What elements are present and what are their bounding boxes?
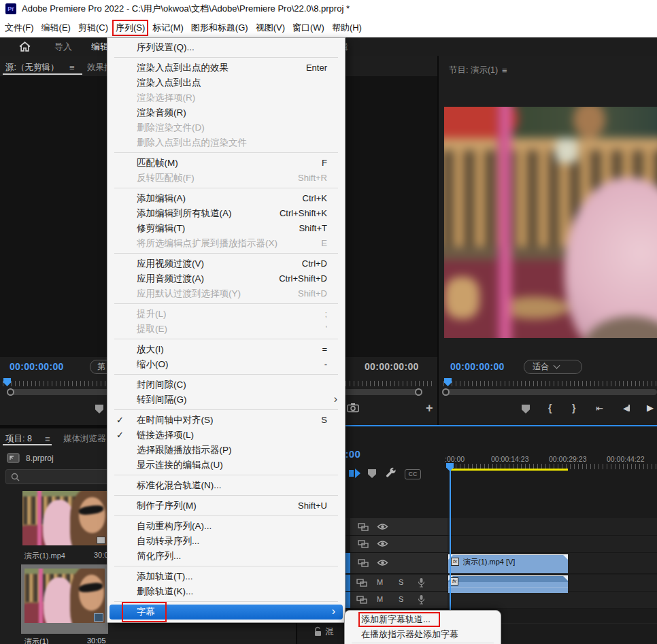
track-header-a1[interactable]: M S [346, 575, 448, 592]
video-clip[interactable]: fx 演示(1).mp4 [V] [448, 554, 568, 573]
menubar-item-graphics-titles[interactable]: 图形和标题(G) [188, 20, 252, 36]
mute-track-button[interactable]: M [377, 595, 383, 603]
menu-item-auto-reframe-sequence[interactable]: 自动重构序列(A)... [107, 519, 345, 534]
sync-lock-icon[interactable] [358, 559, 369, 567]
track-target-toggle[interactable] [346, 536, 350, 552]
menu-item-go-to-gap[interactable]: 转到间隔(G) [107, 392, 345, 407]
menubar-item-edit[interactable]: 编辑(E) [38, 20, 74, 36]
track-header-v3[interactable] [346, 518, 448, 536]
toggle-track-output-eye-icon[interactable] [377, 523, 388, 530]
project-root-icon[interactable] [7, 453, 20, 463]
menu-item-close-gap[interactable]: 封闭间隙(C) [107, 377, 345, 392]
menu-item-captions[interactable]: 字幕 [110, 605, 343, 620]
source-scrollbar-right-handle[interactable] [415, 388, 422, 396]
submenu-item-add-caption-at-playhead[interactable]: 在播放指示器处添加字幕 [345, 627, 501, 642]
source-add-marker-icon[interactable] [95, 405, 103, 413]
menu-item-zoom-in[interactable]: 放大(I)= [107, 342, 345, 357]
captions-toggle-icon[interactable]: CC [405, 469, 421, 479]
track-target-toggle[interactable] [346, 553, 350, 573]
menubar-item-clip[interactable]: 剪辑(C) [75, 20, 112, 36]
step-back-icon[interactable]: ◀ [623, 404, 630, 413]
menu-item-selection-follows-playhead[interactable]: 选择跟随播放指示器(P) [107, 443, 345, 458]
work-area-bar[interactable] [450, 469, 568, 471]
track-target-toggle[interactable] [346, 575, 350, 591]
voiceover-mic-icon[interactable] [418, 577, 425, 588]
menu-item-add-tracks[interactable]: 添加轨道(T)... [107, 569, 345, 584]
toggle-track-output-eye-icon[interactable] [377, 540, 388, 547]
toggle-track-output-eye-icon[interactable] [377, 559, 388, 566]
program-zoom-scrollbar[interactable] [443, 389, 657, 395]
menubar-item-help[interactable]: 帮助(H) [328, 20, 365, 36]
track-target-toggle[interactable] [346, 592, 350, 608]
program-scrollbar-left-handle[interactable] [442, 388, 450, 396]
track-header-a2[interactable]: M S [346, 592, 448, 609]
track-lane-v3[interactable] [448, 518, 657, 536]
menu-item-linked-selection[interactable]: 链接选择项(L) [107, 428, 345, 443]
track-header-v1[interactable] [346, 553, 448, 574]
menubar-item-sequence[interactable]: 序列(S) [112, 20, 148, 36]
menu-item-sequence-settings[interactable]: 序列设置(Q)... [107, 40, 345, 55]
submenu-item-add-new-caption-track[interactable]: 添加新字幕轨道... [345, 612, 501, 627]
tab-program[interactable]: 节目: 演示(1) [449, 65, 498, 76]
program-zoom-select[interactable]: 适合 [524, 360, 582, 374]
sync-lock-icon[interactable] [356, 579, 367, 587]
mute-track-button[interactable]: M [377, 578, 383, 586]
menu-item-simplify-sequence[interactable]: 简化序列... [107, 549, 345, 564]
program-timecode[interactable]: 00:00:00:00 [450, 361, 505, 372]
track-target-toggle[interactable] [346, 518, 350, 535]
unlock-icon[interactable] [314, 626, 322, 637]
add-button-plus-icon[interactable]: + [426, 401, 433, 416]
menu-item-make-subsequence[interactable]: 制作子序列(M)Shift+U [107, 498, 345, 513]
track-header-v2[interactable] [346, 536, 448, 553]
program-panel-menu-icon[interactable] [502, 64, 507, 76]
sync-lock-icon[interactable] [356, 596, 367, 604]
workspace-tab-import[interactable]: 导入 [54, 37, 72, 56]
source-scrollbar-left-handle[interactable] [7, 388, 14, 396]
tab-source[interactable]: 源:（无剪辑） [5, 62, 58, 73]
menubar-item-window[interactable]: 窗口(W) [289, 20, 328, 36]
go-to-in-icon[interactable]: ⇤ [596, 403, 603, 413]
clip-thumbnail[interactable] [24, 569, 105, 623]
menu-item-render-effects-in-to-out[interactable]: 渲染入点到出点的效果Enter [107, 61, 345, 75]
menu-item-apply-video-transition[interactable]: 应用视频过渡(V)Ctrl+D [107, 256, 345, 271]
menu-item-add-edit[interactable]: 添加编辑(A)Ctrl+K [107, 191, 345, 206]
track-lane-a2[interactable] [448, 592, 657, 609]
menubar-item-view[interactable]: 视图(V) [252, 20, 288, 36]
program-add-marker-icon[interactable] [522, 405, 530, 413]
home-icon[interactable] [19, 41, 31, 52]
solo-track-button[interactable]: S [399, 595, 403, 603]
clip-name[interactable]: 演示(1) [24, 637, 48, 644]
timeline-settings-wrench-icon[interactable] [385, 467, 397, 479]
export-frame-camera-icon[interactable] [347, 403, 359, 413]
menubar-item-file[interactable]: 文件(F) [1, 20, 37, 36]
source-patching-icon[interactable] [348, 468, 361, 479]
play-icon[interactable]: ▶ [647, 403, 654, 413]
fade-handle-icon[interactable] [563, 576, 568, 581]
menu-item-render-in-to-out[interactable]: 渲染入点到出点 [107, 75, 345, 90]
sync-lock-icon[interactable] [358, 523, 369, 531]
clip-thumbnail[interactable] [22, 491, 107, 545]
project-root-name[interactable]: 8.prproj [26, 454, 54, 463]
voiceover-mic-icon[interactable] [418, 594, 425, 605]
track-lane-v2[interactable] [448, 536, 657, 553]
mark-in-icon[interactable]: { [548, 403, 552, 413]
menu-item-apply-audio-transition[interactable]: 应用音频过渡(A)Ctrl+Shift+D [107, 271, 345, 286]
tab-media-browser[interactable]: 媒体浏览器 [63, 433, 106, 445]
source-timecode[interactable]: 00:00:00:00 [10, 361, 64, 372]
timeline-add-marker-icon[interactable] [368, 469, 376, 478]
menu-item-delete-tracks[interactable]: 删除轨道(K)... [107, 584, 345, 599]
menubar-item-marker[interactable]: 标记(M) [149, 20, 187, 36]
menu-item-auto-transcribe-sequence[interactable]: 自动转录序列... [107, 534, 345, 549]
menu-item-show-through-edits[interactable]: 显示连接的编辑点(U) [107, 458, 345, 473]
source-panel-menu-icon[interactable] [69, 61, 75, 73]
mark-out-icon[interactable]: } [572, 403, 575, 413]
clip-name[interactable]: 演示(1).mp4 [24, 551, 65, 561]
menu-item-render-audio[interactable]: 渲染音频(R) [107, 105, 345, 120]
tab-project[interactable]: 项目: 8 [5, 433, 32, 445]
fade-handle-icon[interactable] [563, 555, 568, 560]
solo-track-button[interactable]: S [399, 578, 403, 586]
menu-item-normalize-master-track[interactable]: 标准化混合轨道(N)... [107, 478, 345, 493]
sync-lock-icon[interactable] [358, 540, 369, 548]
program-ruler[interactable] [443, 381, 657, 386]
menu-item-match-frame[interactable]: 匹配帧(M)F [107, 156, 345, 171]
